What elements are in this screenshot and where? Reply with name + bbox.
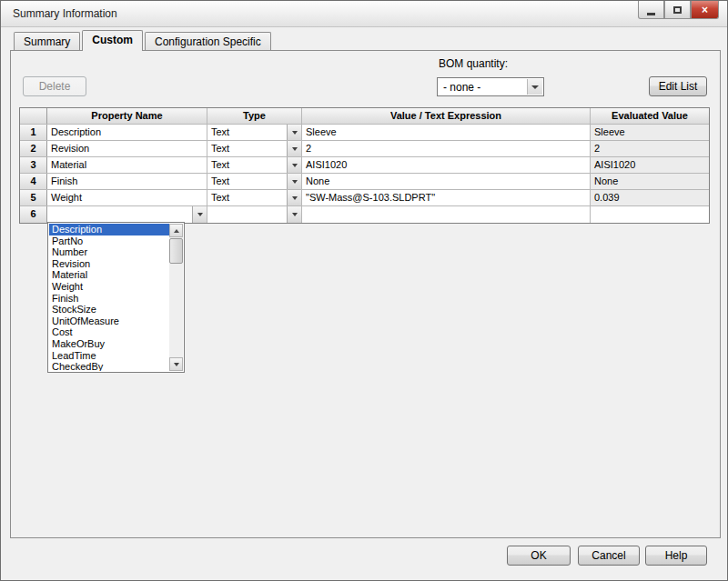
help-button[interactable]: Help [645, 546, 707, 566]
bom-quantity-label: BOM quantity: [439, 57, 508, 70]
tab-configuration-specific[interactable]: Configuration Specific [145, 32, 271, 50]
bom-quantity-value: - none - [443, 81, 480, 94]
dropdown-item[interactable]: Material [49, 269, 169, 281]
value-cell[interactable]: "SW-Mass@S-103.SLDPRT" [302, 190, 591, 205]
dropdown-items: Description PartNo Number Revision Mater… [49, 224, 169, 371]
type-dropdown-arrow-icon[interactable] [287, 125, 301, 140]
value-text: Sleeve [306, 126, 337, 137]
value-cell[interactable]: Sleeve [302, 125, 591, 140]
property-name-text: Material [51, 159, 86, 170]
row-number[interactable]: 3 [20, 157, 47, 173]
scroll-up-button[interactable] [169, 224, 183, 237]
property-name-cell[interactable]: Revision [47, 141, 207, 156]
scrollbar-thumb[interactable] [169, 238, 183, 264]
properties-table: Property Name Type Value / Text Expressi… [19, 107, 710, 224]
value-cell[interactable]: AISI1020 [302, 157, 591, 173]
type-dropdown-arrow-icon[interactable] [287, 206, 301, 223]
dropdown-item[interactable]: StockSize [49, 304, 169, 316]
table-row: 1 Description Text Sleeve Sleeve [20, 125, 709, 141]
evaluated-text: 2 [594, 143, 600, 154]
evaluated-cell: AISI1020 [591, 157, 709, 173]
table-row: 6 [20, 206, 709, 223]
property-name-cell[interactable]: Description [47, 125, 207, 140]
value-cell[interactable] [302, 206, 591, 223]
tab-custom[interactable]: Custom [82, 30, 143, 51]
header-property-name: Property Name [47, 108, 207, 124]
scroll-down-button[interactable] [169, 357, 183, 371]
scroll-down-icon [174, 363, 179, 366]
type-cell[interactable]: Text [207, 190, 302, 205]
property-name-cell[interactable] [47, 206, 207, 223]
cancel-button[interactable]: Cancel [578, 546, 640, 566]
value-text: None [306, 175, 329, 186]
dropdown-item[interactable]: Number [49, 246, 169, 258]
delete-button: Delete [23, 76, 86, 96]
type-text: Text [211, 159, 229, 170]
row-number[interactable]: 5 [20, 190, 47, 205]
row-number[interactable]: 2 [20, 141, 47, 156]
dropdown-item[interactable]: Description [49, 224, 169, 235]
window-controls: × [638, 1, 719, 19]
tab-summary[interactable]: Summary [14, 32, 80, 50]
dropdown-item[interactable]: UnitOfMeasure [49, 316, 169, 327]
evaluated-cell: None [591, 174, 709, 189]
dropdown-item[interactable]: MakeOrBuy [49, 338, 169, 350]
type-cell[interactable] [207, 206, 302, 223]
evaluated-text: AISI1020 [594, 159, 635, 170]
dropdown-item[interactable]: Revision [49, 258, 169, 270]
bom-quantity-dropdown-arrow-icon[interactable] [527, 79, 542, 95]
value-text: AISI1020 [306, 159, 347, 170]
row-number[interactable]: 6 [20, 206, 47, 223]
header-value: Value / Text Expression [302, 108, 591, 124]
titlebar[interactable]: Summary Information × [1, 1, 727, 27]
type-dropdown-arrow-icon[interactable] [287, 157, 301, 173]
property-name-cell[interactable]: Material [47, 157, 207, 173]
type-cell[interactable]: Text [207, 141, 302, 156]
value-cell[interactable]: 2 [302, 141, 591, 156]
bom-quantity-select[interactable]: - none - [437, 77, 544, 96]
close-icon: × [702, 5, 708, 15]
property-name-cell[interactable]: Finish [47, 174, 207, 189]
table-row: 5 Weight Text "SW-Mass@S-103.SLDPRT" 0.0… [20, 190, 709, 206]
dropdown-item[interactable]: PartNo [49, 235, 169, 247]
table-corner-cell [20, 108, 47, 124]
type-cell[interactable]: Text [207, 157, 302, 173]
scroll-up-icon [174, 229, 179, 233]
window-title: Summary Information [13, 7, 117, 20]
evaluated-cell: Sleeve [591, 125, 709, 140]
dropdown-item[interactable]: Finish [49, 293, 169, 305]
dropdown-item[interactable]: CheckedBy [49, 361, 169, 371]
minimize-button[interactable] [638, 1, 664, 19]
type-dropdown-arrow-icon[interactable] [287, 174, 301, 189]
type-cell[interactable]: Text [207, 174, 302, 189]
type-cell[interactable]: Text [207, 125, 302, 140]
dropdown-scrollbar[interactable] [169, 224, 183, 371]
type-text: Text [211, 126, 229, 137]
close-button[interactable]: × [691, 1, 719, 19]
evaluated-cell: 2 [591, 141, 709, 156]
value-cell[interactable]: None [302, 174, 591, 189]
ok-button[interactable]: OK [507, 546, 571, 566]
property-name-cell[interactable]: Weight [47, 190, 207, 205]
row-number[interactable]: 4 [20, 174, 47, 189]
value-text: "SW-Mass@S-103.SLDPRT" [306, 192, 435, 203]
type-dropdown-arrow-icon[interactable] [287, 141, 301, 156]
property-name-dropdown-arrow-icon[interactable] [192, 206, 207, 223]
header-evaluated: Evaluated Value [591, 108, 709, 124]
edit-list-button[interactable]: Edit List [649, 76, 707, 96]
evaluated-text: None [594, 175, 618, 186]
dropdown-item[interactable]: Cost [49, 326, 169, 338]
type-text: Text [211, 192, 229, 203]
type-dropdown-arrow-icon[interactable] [287, 190, 301, 205]
maximize-button[interactable] [664, 1, 691, 19]
maximize-icon [673, 6, 682, 14]
property-name-text: Revision [51, 143, 89, 154]
dropdown-item[interactable]: Weight [49, 281, 169, 293]
summary-information-dialog: Summary Information × Summary Custom Con… [0, 0, 728, 581]
property-name-text: Finish [51, 175, 77, 186]
dropdown-item[interactable]: LeadTime [49, 350, 169, 362]
minimize-icon [647, 13, 655, 15]
evaluated-text: 0.039 [594, 192, 620, 203]
tabstrip: Summary Custom Configuration Specific [14, 30, 273, 50]
row-number[interactable]: 1 [20, 125, 47, 140]
